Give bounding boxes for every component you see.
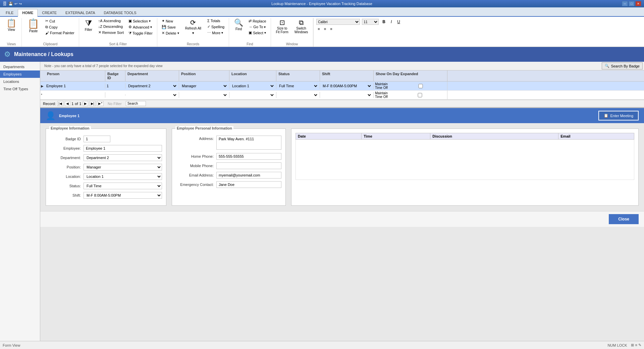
bold-button[interactable]: B (381, 19, 387, 25)
shift-select[interactable]: M-F 8:00AM-5:00PM (321, 84, 372, 88)
descending-button[interactable]: ↓Z Descending (97, 24, 125, 29)
new-record-button[interactable]: ✦ New (160, 18, 181, 24)
badge-input[interactable] (107, 84, 124, 88)
more-records-button[interactable]: ⋯ More▾ (206, 30, 226, 36)
new-status-select[interactable] (278, 93, 318, 97)
size-fit-form-button[interactable]: ⊡ Size to Fit Form (274, 18, 291, 35)
home-phone-field[interactable] (216, 153, 281, 160)
mobile-phone-field[interactable] (216, 162, 281, 169)
department-field[interactable]: Department 2 (84, 154, 162, 161)
person-input[interactable] (46, 84, 104, 88)
save-record-button[interactable]: 💾 Save (160, 24, 181, 30)
tab-external-data[interactable]: EXTERNAL DATA (61, 9, 99, 16)
address-field[interactable]: Park Way Aven. #111 (216, 136, 281, 150)
italic-button[interactable]: I (389, 19, 393, 25)
new-cell-position[interactable] (179, 92, 229, 98)
cut-button[interactable]: ✂ Cut (44, 18, 76, 24)
close-button[interactable]: ✕ (635, 1, 641, 6)
search-by-badge-button[interactable]: 🔍 Search By Badge (602, 62, 643, 69)
maximize-button[interactable]: □ (629, 1, 635, 6)
switch-windows-button[interactable]: ⧉ Switch Windows (292, 18, 311, 35)
refresh-all-button[interactable]: ⟳ Refresh All▾ (183, 18, 204, 36)
tab-file[interactable]: FILE (1, 9, 18, 16)
location-select[interactable]: Location 1 (231, 84, 275, 88)
underline-button[interactable]: U (395, 19, 402, 25)
location-field[interactable]: Location 1 (84, 173, 162, 180)
selection-button[interactable]: ▣ Selection▾ (127, 18, 154, 24)
new-dept-select[interactable] (127, 93, 177, 97)
cell-location[interactable]: Location 1 (229, 83, 276, 89)
new-cell-badge[interactable] (105, 94, 125, 96)
goto-icon: → (249, 25, 252, 29)
format-painter-button[interactable]: 🖌 Format Painter (44, 30, 76, 36)
filter-button[interactable]: ⧩ Filter (82, 18, 95, 33)
badge-id-field[interactable] (84, 136, 110, 142)
remove-sort-button[interactable]: ✕ Remove Sort (97, 30, 125, 35)
employee-name-field[interactable] (84, 145, 162, 152)
select-button[interactable]: ▣ Select▾ (247, 30, 268, 36)
enter-meeting-button[interactable]: 📋 Enter Meeting (598, 111, 639, 120)
status-field[interactable]: Full Time (84, 183, 162, 189)
shift-field[interactable]: M-F 8:00AM-5:00PM (84, 192, 162, 199)
first-record-button[interactable]: |◀ (57, 101, 64, 106)
cell-status[interactable]: Full Time (276, 83, 320, 89)
sidebar-item-employees[interactable]: Employees (0, 70, 40, 78)
quick-access-undo[interactable]: ↩ (14, 2, 17, 6)
quick-access-save[interactable]: 💾 (8, 2, 13, 6)
quick-access-redo[interactable]: ↪ (19, 2, 22, 6)
tab-database-tools[interactable]: DATABASE TOOLS (99, 9, 141, 16)
cell-person[interactable] (45, 83, 105, 89)
dept-select[interactable]: Department 2 (127, 84, 177, 88)
new-cell-person[interactable] (45, 92, 105, 98)
emergency-field[interactable] (216, 181, 281, 188)
find-button[interactable]: 🔍 Find (232, 18, 246, 32)
font-size-select[interactable]: 11 (362, 19, 379, 25)
goto-button[interactable]: → Go To▾ (247, 24, 268, 30)
minimize-button[interactable]: ─ (622, 1, 628, 6)
replace-button[interactable]: ⇄ Replace (247, 18, 268, 24)
align-right-button[interactable]: ≡ (329, 26, 333, 32)
status-select[interactable]: Full Time (278, 84, 318, 88)
tab-create[interactable]: CREATE (38, 9, 61, 16)
advanced-button[interactable]: ⚙ Advanced▾ (127, 24, 154, 30)
new-shift-select[interactable] (321, 93, 372, 97)
align-left-button[interactable]: ≡ (316, 26, 321, 32)
new-cell-status[interactable] (276, 92, 320, 98)
new-person-input[interactable] (46, 93, 104, 97)
sidebar-item-departments[interactable]: Departments (0, 63, 40, 70)
position-field[interactable]: Manager (84, 164, 162, 170)
paste-button[interactable]: 📋 Paste (24, 18, 42, 34)
window-controls: ─ □ ✕ (622, 1, 641, 6)
next-record-button[interactable]: ▶ (83, 101, 88, 106)
tab-home[interactable]: HOME (18, 9, 38, 17)
new-maintain-checkbox[interactable] (394, 93, 446, 97)
new-cell-shift[interactable] (320, 92, 374, 98)
copy-button[interactable]: ⧉ Copy (44, 24, 76, 30)
sidebar-item-time-off-types[interactable]: Time Off Types (0, 85, 40, 93)
totals-button[interactable]: Σ Totals (206, 18, 226, 23)
email-field[interactable] (216, 172, 281, 179)
prev-record-button[interactable]: ◀ (65, 101, 70, 106)
cell-shift[interactable]: M-F 8:00AM-5:00PM (320, 83, 374, 89)
delete-record-button[interactable]: ✕ Delete▾ (160, 30, 181, 36)
align-center-button[interactable]: ≡ (323, 26, 327, 32)
new-cell-location[interactable] (229, 92, 276, 98)
position-select[interactable]: Manager (180, 84, 228, 88)
search-input[interactable] (126, 101, 146, 106)
font-family-select[interactable]: Calibri (316, 19, 360, 25)
new-record-nav-button[interactable]: ▶* (97, 101, 104, 106)
cell-position[interactable]: Manager (179, 83, 229, 89)
cell-dept[interactable]: Department 2 (125, 83, 179, 89)
toggle-filter-button[interactable]: ⧩ Toggle Filter (127, 30, 154, 36)
new-position-select[interactable] (180, 93, 228, 97)
last-record-button[interactable]: ▶| (90, 101, 96, 106)
close-button[interactable]: Close (609, 214, 639, 224)
cell-badge[interactable] (105, 83, 125, 89)
maintain-checkbox[interactable] (395, 84, 446, 88)
new-location-select[interactable] (231, 93, 275, 97)
spelling-button[interactable]: ✓ Spelling (206, 24, 226, 30)
sidebar-item-locations[interactable]: Locations (0, 78, 40, 85)
new-cell-dept[interactable] (125, 92, 179, 98)
ascending-button[interactable]: ↑A Ascending (97, 18, 125, 23)
view-button[interactable]: 📋 View (4, 18, 19, 33)
